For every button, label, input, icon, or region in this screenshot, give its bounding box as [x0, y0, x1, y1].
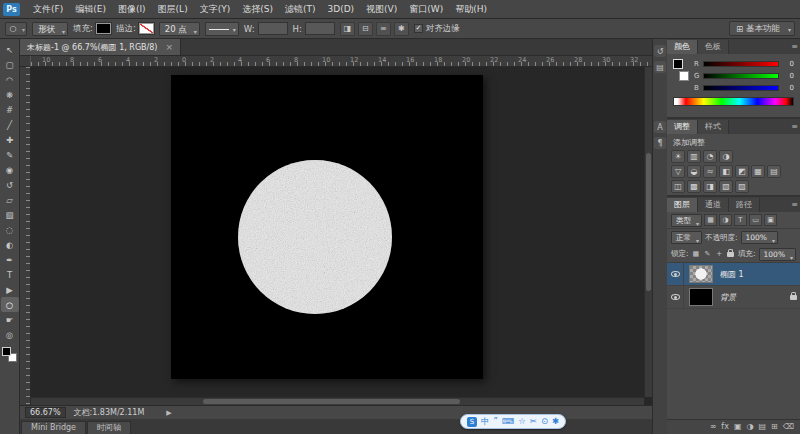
stroke-width-select[interactable]: 20 点	[159, 22, 200, 36]
color-fg-bg-swatches[interactable]	[673, 59, 689, 81]
levels-icon[interactable]: ▥	[687, 150, 701, 163]
shape-settings-button[interactable]: ✱	[394, 22, 409, 36]
canvas-viewport[interactable]	[31, 67, 652, 405]
document-canvas[interactable]	[171, 75, 483, 379]
fill-swatch[interactable]	[96, 23, 111, 34]
path-alignment-button[interactable]: ⊟	[358, 22, 373, 36]
stroke-swatch[interactable]	[139, 23, 154, 34]
link-layers-icon[interactable]: ∞	[710, 420, 717, 434]
foreground-swatch[interactable]	[673, 59, 683, 69]
layer-filter-kind-select[interactable]: 类型	[671, 214, 702, 227]
character-panel-icon[interactable]: A	[654, 121, 666, 133]
shape-height-input[interactable]	[305, 22, 335, 35]
horizontal-scrollbar-thumb[interactable]	[203, 399, 460, 404]
red-slider[interactable]	[703, 61, 779, 67]
tool-clone-stamp[interactable]: ◉	[1, 162, 19, 177]
exposure-icon[interactable]: ◑	[719, 150, 733, 163]
posterize-icon[interactable]: ▩	[687, 180, 701, 193]
filter-pixel-layers-icon[interactable]: ▦	[704, 214, 717, 226]
tool-gradient[interactable]: ▧	[1, 207, 19, 222]
layer-name[interactable]: 椭圆 1	[720, 269, 797, 280]
horizontal-scrollbar[interactable]	[31, 397, 644, 405]
selective-color-icon[interactable]: ▨	[735, 180, 749, 193]
tab-color[interactable]: 颜色	[667, 40, 698, 54]
blue-value[interactable]: 0	[782, 84, 794, 92]
menu-type[interactable]: 文字(Y)	[194, 0, 237, 18]
panel-menu-icon[interactable]: ≡	[791, 122, 797, 131]
stroke-type-select[interactable]	[205, 22, 239, 36]
green-slider[interactable]	[703, 73, 779, 79]
tool-healing-brush[interactable]: ✚	[1, 132, 19, 147]
tab-mini-bridge[interactable]: Mini Bridge	[21, 421, 86, 434]
delete-layer-icon[interactable]: ⌫	[783, 420, 794, 434]
new-layer-icon[interactable]: ⊞	[771, 420, 778, 434]
fill-value-select[interactable]: 100%	[759, 248, 796, 261]
filter-adjustment-layers-icon[interactable]: ◑	[719, 214, 732, 226]
tool-hand[interactable]: ☛	[1, 312, 19, 327]
vertical-ruler[interactable]	[20, 67, 31, 405]
lock-position-icon[interactable]: +	[715, 249, 724, 260]
opacity-value-select[interactable]: 100%	[741, 231, 778, 244]
horizontal-ruler[interactable]: 10864202468101214161820222426283032	[31, 56, 652, 67]
align-edges-checkbox[interactable]: ✓	[414, 24, 423, 33]
tool-brush[interactable]: ✎	[1, 147, 19, 162]
tab-styles[interactable]: 样式	[698, 120, 729, 134]
properties-panel-icon[interactable]: ▤	[654, 61, 666, 73]
ime-punctuation-icon[interactable]: ”	[494, 415, 498, 428]
add-layer-mask-icon[interactable]: ▣	[734, 420, 742, 434]
ime-logo-icon[interactable]: S	[467, 417, 477, 427]
tool-pen[interactable]: ✒	[1, 252, 19, 267]
history-panel-icon[interactable]: ↺	[654, 45, 666, 57]
path-arrangement-button[interactable]: ≡	[376, 22, 391, 36]
threshold-icon[interactable]: ◨	[703, 180, 717, 193]
tool-zoom[interactable]: ◎	[1, 327, 19, 342]
background-swatch[interactable]	[679, 71, 689, 81]
tool-ellipse-shape[interactable]: ○	[1, 297, 19, 312]
brightness-contrast-icon[interactable]: ☀	[671, 150, 685, 163]
shape-width-input[interactable]	[258, 22, 288, 35]
ime-clip-icon[interactable]: ✂	[530, 415, 537, 428]
black-white-icon[interactable]: ◧	[719, 165, 733, 178]
filter-smart-objects-icon[interactable]: ▣	[764, 214, 777, 226]
channel-mixer-icon[interactable]: ▦	[751, 165, 765, 178]
color-lookup-icon[interactable]: ▤	[767, 165, 781, 178]
layer-effects-icon[interactable]: fx	[721, 420, 729, 434]
layer-thumbnail-background[interactable]	[689, 288, 713, 306]
status-options-arrow[interactable]: ▶	[166, 409, 171, 417]
tab-channels[interactable]: 通道	[698, 198, 729, 212]
lock-transparent-pixels-icon[interactable]: ▦	[692, 249, 701, 260]
panel-menu-icon[interactable]: ≡	[791, 42, 797, 51]
tab-swatches[interactable]: 色板	[698, 40, 729, 54]
tab-paths[interactable]: 路径	[729, 198, 760, 212]
layer-thumbnail-ellipse[interactable]	[689, 265, 713, 283]
layer-visibility-toggle[interactable]	[667, 263, 684, 285]
lock-all-icon[interactable]	[726, 249, 735, 260]
layer-row-background[interactable]: 背景	[667, 286, 800, 309]
tool-crop[interactable]: #	[1, 102, 19, 117]
menu-file[interactable]: 文件(F)	[27, 0, 69, 18]
menu-edit[interactable]: 编辑(E)	[69, 0, 112, 18]
tool-rectangular-marquee[interactable]: ▢	[1, 57, 19, 72]
layer-row-ellipse-1[interactable]: 椭圆 1	[667, 263, 800, 286]
tab-timeline[interactable]: 时间轴	[87, 421, 131, 434]
tool-type[interactable]: T	[1, 267, 19, 282]
tab-adjustments[interactable]: 调整	[667, 120, 698, 134]
gradient-map-icon[interactable]: ▧	[719, 180, 733, 193]
tool-lasso[interactable]: ◠	[1, 72, 19, 87]
ruler-origin-corner[interactable]	[20, 56, 31, 67]
menu-window[interactable]: 窗口(W)	[403, 0, 449, 18]
color-balance-icon[interactable]: ≈	[703, 165, 717, 178]
tool-blur[interactable]: ◌	[1, 222, 19, 237]
hue-saturation-icon[interactable]: ◒	[687, 165, 701, 178]
tool-mode-select[interactable]: 形状	[32, 22, 68, 36]
close-document-icon[interactable]: ×	[165, 42, 173, 52]
paragraph-panel-icon[interactable]: ¶	[654, 137, 666, 149]
color-spectrum-ramp[interactable]	[673, 97, 794, 106]
ime-search-icon[interactable]: ⊙	[541, 415, 548, 428]
blend-mode-select[interactable]: 正常	[671, 231, 702, 244]
foreground-color-swatch[interactable]	[2, 347, 11, 356]
tool-dodge[interactable]: ◐	[1, 237, 19, 252]
zoom-level-input[interactable]: 66.67%	[25, 407, 66, 418]
curves-icon[interactable]: ◔	[703, 150, 717, 163]
tool-preset-picker[interactable]: ○	[5, 22, 27, 36]
